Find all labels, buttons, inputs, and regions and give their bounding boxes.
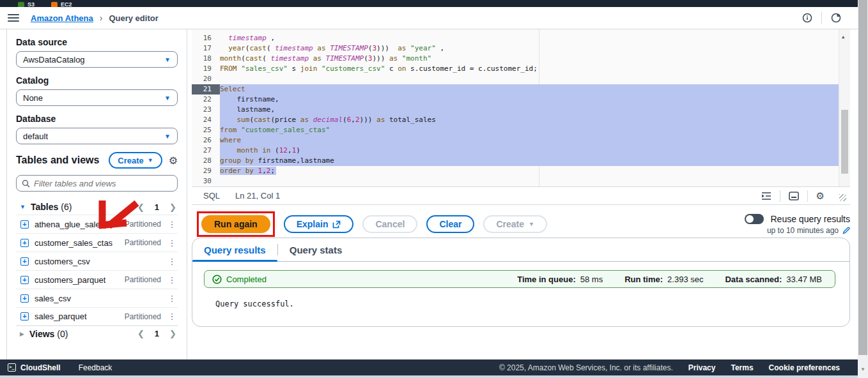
expand-table-icon[interactable]: + [20, 220, 29, 229]
expand-table-icon[interactable]: + [20, 239, 29, 247]
cloudshell-label: CloudShell [20, 363, 61, 372]
code-token: ( [241, 54, 245, 63]
code-text: timestamp , [220, 33, 850, 43]
table-name[interactable]: customers_parquet [35, 275, 105, 285]
code-line-17[interactable]: 17 year(cast( timestamp as TIMESTAMP(3))… [192, 43, 850, 54]
chevron-right-icon[interactable]: ❯︎ [169, 202, 176, 212]
explain-button[interactable]: Explain [284, 215, 354, 233]
code-line-22[interactable]: 22 firstname, [192, 94, 850, 105]
code-line-30[interactable]: 30 [192, 176, 850, 186]
gear-icon[interactable]: ⚙ [169, 155, 178, 167]
code-line-25[interactable]: 25from "customer_sales_ctas" [192, 125, 850, 135]
kebab-menu-icon[interactable]: ⋮ [166, 294, 178, 303]
code-line-18[interactable]: 18month(cast( timestamp as TIMESTAMP(3))… [192, 54, 850, 64]
cancel-button[interactable]: Cancel [362, 215, 417, 233]
table-name[interactable]: customer_sales_ctas [35, 238, 112, 248]
feedback-link[interactable]: Feedback [79, 363, 112, 372]
footer-link-cookie-preferences[interactable]: Cookie preferences [769, 363, 840, 372]
code-line-24[interactable]: 24 sum(cast(price as decimal(6,2))) as t… [192, 115, 850, 125]
hamburger-menu-icon[interactable] [8, 14, 19, 22]
minimap-icon[interactable] [789, 192, 799, 200]
filter-tables-input-wrap [16, 175, 178, 192]
external-link-icon [332, 220, 341, 229]
section-collapsed-icon[interactable]: ▶ [20, 331, 24, 337]
code-token [220, 34, 228, 42]
code-text [220, 74, 850, 84]
edit-pencil-icon[interactable] [842, 227, 850, 234]
run-again-button[interactable]: Run again [201, 215, 270, 233]
table-name[interactable]: customers_csv [35, 257, 90, 266]
expand-table-icon[interactable]: + [20, 312, 29, 321]
reuse-query-results-label: Reuse query results [770, 214, 850, 224]
footer-link-privacy[interactable]: Privacy [688, 363, 716, 372]
page-scrollbar[interactable]: ▼ [858, 0, 868, 378]
tables-section-header[interactable]: ▼ Tables (6) ❮︎ 1 ❯︎ [16, 199, 178, 215]
views-section-header[interactable]: ▶ Views (0) ❮︎ 1 ❯︎ [16, 326, 178, 341]
create-button[interactable]: Create ▼ [109, 152, 162, 169]
code-line-28[interactable]: 28group by firstname,lastname [192, 156, 850, 166]
data-source-select[interactable]: AwsDataCatalog ▼ [16, 51, 178, 68]
code-line-20[interactable]: 20 [192, 74, 850, 84]
table-name[interactable]: sales_csv [35, 294, 71, 303]
reuse-query-results-toggle[interactable] [745, 214, 764, 224]
format-query-icon[interactable] [761, 192, 771, 200]
line-number: 22 [192, 94, 220, 105]
code-line-21[interactable]: 21Select [192, 84, 850, 94]
kebab-menu-icon[interactable]: ⋮ [166, 257, 178, 266]
code-line-27[interactable]: 27 month in (12,1) [192, 146, 850, 156]
code-token: on [398, 64, 406, 73]
scroll-up-icon[interactable]: ▲ [842, 34, 844, 40]
code-token: , [288, 146, 292, 155]
kebab-menu-icon[interactable]: ⋮ [166, 275, 178, 285]
code-area[interactable]: 16 timestamp ,17 year(cast( timestamp as… [192, 29, 850, 186]
stat-value: 2.393 sec [667, 275, 703, 284]
code-token: month [220, 54, 241, 63]
clear-button[interactable]: Clear [426, 215, 474, 233]
expand-table-icon[interactable]: + [20, 294, 29, 303]
section-expanded-icon[interactable]: ▼ [20, 204, 26, 210]
code-token: as [398, 44, 406, 52]
breadcrumb-amazon-athena[interactable]: Amazon Athena [31, 13, 93, 23]
database-select[interactable]: default ▼ [16, 128, 178, 144]
table-row-customers_csv: +customers_csv⋮ [16, 252, 178, 270]
page-scrollbar-thumb[interactable] [858, 0, 867, 355]
editor-settings-gear-icon[interactable]: ⚙ [816, 190, 825, 202]
expand-table-icon[interactable]: + [20, 257, 29, 266]
create-dropdown-button[interactable]: Create ▼ [483, 215, 547, 233]
bookmark-s3[interactable]: S3 [18, 0, 35, 7]
table-name[interactable]: sales_parquet [35, 312, 87, 321]
code-line-26[interactable]: 26where [192, 135, 850, 146]
scroll-down-icon[interactable]: ▼ [860, 367, 865, 372]
chevron-left-icon[interactable]: ❮︎ [137, 329, 144, 338]
kebab-menu-icon[interactable]: ⋮ [166, 220, 178, 229]
kebab-menu-icon[interactable]: ⋮ [166, 312, 178, 321]
code-token: s.customer_id = c.customer_id; [406, 64, 537, 73]
code-line-16[interactable]: 16 timestamp , [192, 33, 850, 43]
expand-table-icon[interactable]: + [20, 276, 29, 284]
chevron-left-icon[interactable]: ❮︎ [137, 202, 144, 212]
settings-icon[interactable] [831, 13, 841, 23]
table-name[interactable]: athena_glue_sales [35, 220, 104, 229]
line-number: 27 [192, 146, 220, 156]
code-line-19[interactable]: 19FROM "sales_csv" s join "customers_csv… [192, 64, 850, 74]
catalog-select[interactable]: None ▼ [16, 89, 178, 106]
cloudshell-button[interactable]: >_ CloudShell [8, 363, 61, 372]
editor-scrollbar-thumb[interactable] [841, 110, 848, 174]
filter-tables-input[interactable] [34, 179, 172, 188]
chevron-right-icon[interactable]: ❯︎ [169, 329, 176, 338]
bookmark-ec2[interactable]: EC2 [51, 0, 72, 7]
kebab-menu-icon[interactable]: ⋮ [166, 238, 178, 248]
code-line-29[interactable]: 29order by 1,2; [192, 166, 850, 176]
code-line-23[interactable]: 23 lastname, [192, 105, 850, 115]
info-icon[interactable] [802, 13, 812, 23]
app-header: Amazon Athena › Query editor [0, 7, 858, 29]
completed-banner: Completed Time in queue:58 msRun time:2.… [204, 270, 835, 288]
copyright-text: © 2025, Amazon Web Services, Inc. or its… [499, 363, 673, 372]
tab-query-results[interactable]: Query results [192, 238, 277, 261]
editor-scrollbar[interactable]: ▲ [839, 29, 850, 186]
resize-handle[interactable] [839, 194, 846, 201]
tab-query-stats[interactable]: Query stats [278, 238, 354, 261]
footer-link-terms[interactable]: Terms [731, 363, 753, 372]
line-number: 26 [192, 135, 220, 146]
code-token: "customer_sales_ctas" [241, 126, 330, 134]
